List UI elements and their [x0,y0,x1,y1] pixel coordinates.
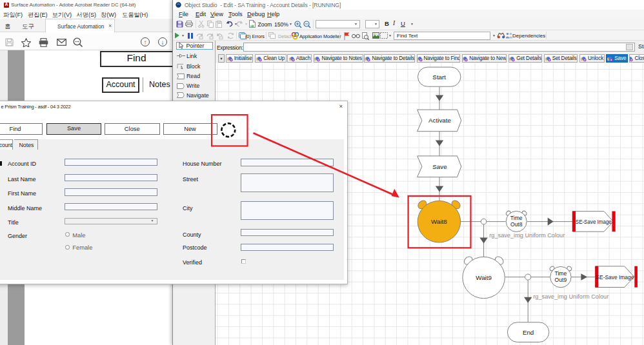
svg-text:Wait8: Wait8 [431,218,447,225]
svg-text:rg_save_img Uniform Colour: rg_save_img Uniform Colour [489,232,565,238]
svg-text:End: End [523,328,534,335]
svg-text:SE-Save Image: SE-Save Image [576,218,612,224]
svg-text:Out9: Out9 [555,277,567,283]
svg-text:Time: Time [555,270,567,277]
svg-text:Time: Time [510,215,523,221]
svg-text:Out8: Out8 [510,221,523,228]
svg-text:SE-Save Image: SE-Save Image [596,273,634,280]
svg-text:Start: Start [432,73,446,80]
svg-text:Activate: Activate [428,117,451,124]
svg-text:Save: Save [432,163,447,170]
svg-text:Wait9: Wait9 [476,274,492,281]
svg-text:rg_save_img Uniform Colour: rg_save_img Uniform Colour [533,293,609,299]
